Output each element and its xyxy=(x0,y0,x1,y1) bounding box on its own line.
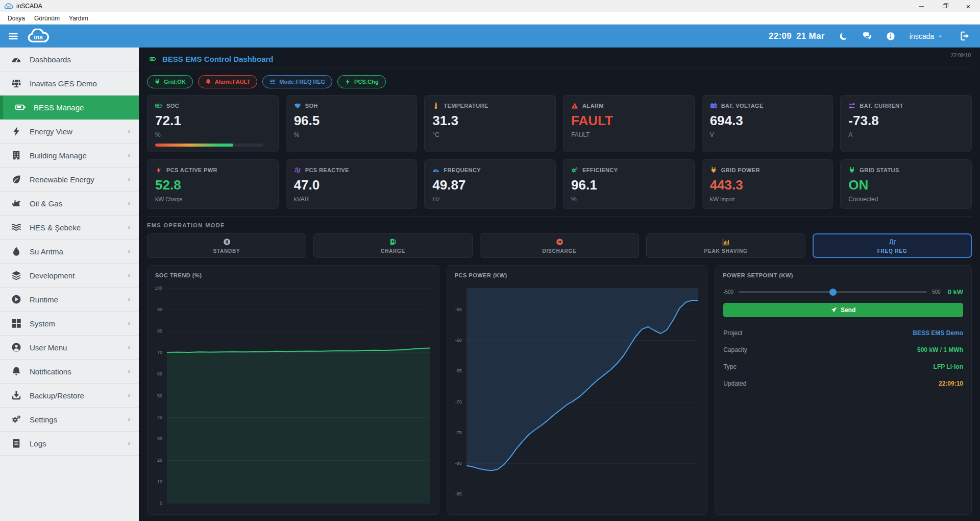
info-value: 500 kW / 1 MWh xyxy=(917,346,963,353)
moon-icon[interactable] xyxy=(839,32,848,41)
sidebar-item-logs[interactable]: Logs‹ xyxy=(0,432,139,456)
info-value: LFP Li-Ion xyxy=(934,363,963,370)
setpoint-value: 0 kW xyxy=(948,288,963,296)
mode-button-discharge[interactable]: DISCHARGE xyxy=(480,233,639,258)
comments-icon[interactable] xyxy=(863,32,872,41)
sidebar-item-hes-ebeke[interactable]: HES & Şebeke‹ xyxy=(0,216,139,240)
chevron-left-icon: ‹ xyxy=(128,150,131,160)
send-button[interactable]: Send xyxy=(723,303,963,317)
ems-section-label: EMS OPERATION MODE xyxy=(147,222,972,228)
info-label: Capacity xyxy=(723,346,747,353)
plug-icon xyxy=(154,79,160,85)
soc-trend-panel: SOC TREND (%) 1009080706050403020100 xyxy=(147,265,439,515)
windows-icon xyxy=(11,318,21,328)
y-axis-tick-label: 50 xyxy=(149,393,162,398)
metric-card-label: GRID POWER xyxy=(721,167,760,173)
user-menu-dropdown[interactable]: inscada xyxy=(910,32,943,40)
sidebar-item-oil-gas[interactable]: Oil & Gas‹ xyxy=(0,192,139,216)
menu-yard-m[interactable]: Yardım xyxy=(64,15,93,22)
ems-section: EMS OPERATION MODE STANDBYCHARGEDISCHARG… xyxy=(147,216,972,265)
bolt-icon xyxy=(155,167,162,174)
sidebar-item-label: Oil & Gas xyxy=(30,199,128,208)
window-controls: × xyxy=(910,0,980,12)
metric-card-value: 31.3 xyxy=(432,114,548,127)
soc-trend-title: SOC TREND (%) xyxy=(148,266,439,281)
svg-text:ins: ins xyxy=(34,34,43,41)
restore-icon[interactable] xyxy=(933,0,957,12)
inscada-cloud-logo-icon: ins xyxy=(27,29,50,44)
mode-button-charge[interactable]: CHARGE xyxy=(313,233,473,258)
menu-dosya[interactable]: Dosya xyxy=(3,15,30,22)
hamburger-menu-icon[interactable] xyxy=(8,31,18,41)
y-axis-tick-label: 80 xyxy=(149,328,162,334)
y-axis-tick-label: 30 xyxy=(149,436,162,441)
sidebar-item-bess-manage[interactable]: BESS Manage xyxy=(0,96,139,120)
pcs-power-title: PCS POWER (KW) xyxy=(447,266,707,281)
soc-progress-bar xyxy=(155,144,263,147)
chart-series-svg xyxy=(467,288,698,503)
main-content: BESS EMS Control Dashboard 22:09:10 Grid… xyxy=(139,48,980,521)
metric-card-value: FAULT xyxy=(571,114,687,127)
metric-card-unit: °C xyxy=(432,131,548,138)
metric-card-unit: % xyxy=(155,131,271,138)
y-axis-tick-label: 90 xyxy=(149,307,162,312)
ems-mode-buttons: STANDBYCHARGEDISCHARGEPEAK SHAVINGFREQ R… xyxy=(147,233,972,258)
metric-card-label: GRID STATUS xyxy=(860,167,899,173)
mode-button-peak-shaving[interactable]: PEAK SHAVING xyxy=(646,233,805,258)
sidebar-item-label: Renewable Energy xyxy=(30,175,128,184)
sign-out-icon[interactable] xyxy=(960,31,970,41)
sidebar-item-notifications[interactable]: Notifications‹ xyxy=(0,360,139,384)
window-titlebar: ins inSCADA × xyxy=(0,0,980,12)
sidebar-item-dashboards[interactable]: Dashboards xyxy=(0,48,139,72)
mode-button-standby[interactable]: STANDBY xyxy=(147,233,306,258)
bell-icon xyxy=(11,366,21,376)
y-axis-tick-label: -55 xyxy=(448,307,462,312)
download-icon xyxy=(11,390,21,400)
status-pill-pcs-chg: PCS:Chg xyxy=(337,75,386,88)
pause-icon xyxy=(223,238,231,246)
status-pill-label: PCS:Chg xyxy=(354,79,379,85)
metric-card-label: TEMPERATURE xyxy=(444,103,488,109)
sidebar-item-backup-restore[interactable]: Backup/Restore‹ xyxy=(0,384,139,408)
menu-g-r-n-m[interactable]: Görünüm xyxy=(30,15,64,22)
sliders-icon xyxy=(270,79,276,85)
layers-icon xyxy=(11,270,21,280)
runtime-icon xyxy=(11,294,21,304)
sidebar-item-label: Settings xyxy=(30,415,128,424)
sidebar-item-label: Su Arıtma xyxy=(30,247,128,256)
chevron-left-icon: ‹ xyxy=(128,294,131,304)
sidebar-item-system[interactable]: System‹ xyxy=(0,312,139,336)
mode-button-freq-reg[interactable]: FREQ REG xyxy=(813,233,972,258)
minimize-icon[interactable] xyxy=(910,0,933,12)
sidebar-item-energy-view[interactable]: Energy View‹ xyxy=(0,120,139,144)
sidebar-item-inavitas-ges-demo[interactable]: Inavitas GES Demo xyxy=(0,72,139,96)
slider-thumb[interactable] xyxy=(829,289,837,296)
chart-gridline xyxy=(167,503,430,504)
close-icon[interactable]: × xyxy=(957,0,980,12)
sidebar-item-su-ar-tma[interactable]: Su Arıtma‹ xyxy=(0,240,139,264)
sidebar-item-building-manage[interactable]: Building Manage‹ xyxy=(0,144,139,168)
thermometer-icon xyxy=(432,102,439,109)
battery-icon xyxy=(15,102,26,112)
chevron-left-icon: ‹ xyxy=(128,270,131,280)
chevron-left-icon: ‹ xyxy=(128,414,131,424)
exchange-icon xyxy=(848,102,855,109)
sidebar-item-renewable-energy[interactable]: Renewable Energy‹ xyxy=(0,168,139,192)
metric-card-unit: kWImport xyxy=(710,196,825,203)
slider-max-label: 500 xyxy=(932,289,941,295)
send-button-label: Send xyxy=(841,306,855,314)
y-axis-tick-label: 40 xyxy=(149,415,162,420)
sidebar-item-user-menu[interactable]: User Menu‹ xyxy=(0,336,139,360)
unit-text: % xyxy=(155,131,161,138)
setpoint-slider[interactable] xyxy=(739,291,927,293)
unit-text: Hz xyxy=(432,196,440,203)
info-icon[interactable] xyxy=(886,32,895,41)
metric-card-label: BAT. VOLTAGE xyxy=(721,103,764,109)
user-circle-icon xyxy=(11,342,21,352)
y-axis-tick-label: 70 xyxy=(149,350,162,355)
sidebar-item-development[interactable]: Development‹ xyxy=(0,264,139,288)
chevron-left-icon: ‹ xyxy=(128,342,131,352)
sidebar-item-runtime[interactable]: Runtime‹ xyxy=(0,288,139,312)
sidebar-item-label: Building Manage xyxy=(30,151,128,160)
sidebar-item-settings[interactable]: Settings‹ xyxy=(0,408,139,432)
